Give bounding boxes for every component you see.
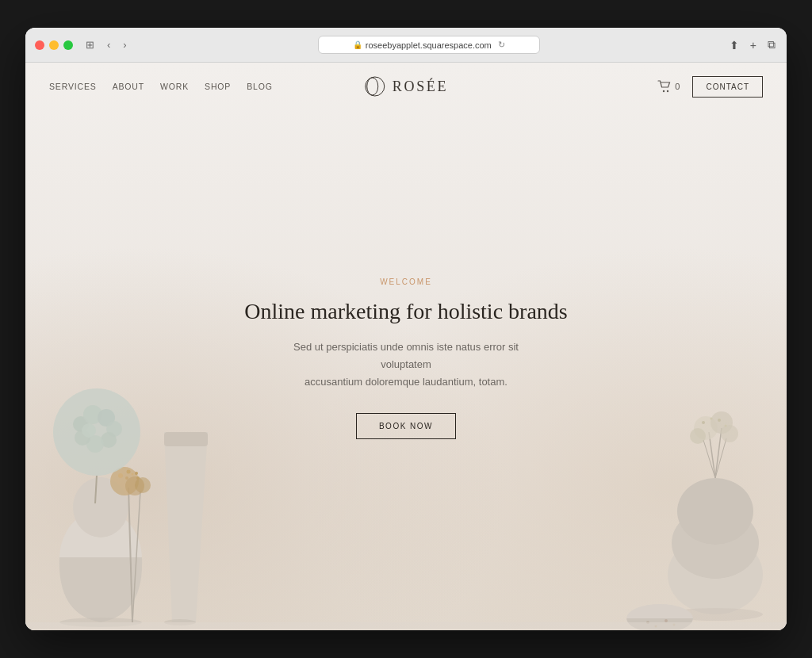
- url-text: roseebyapplet.squarespace.com: [366, 40, 492, 50]
- hero-content: WELCOME Online marketing for holistic br…: [25, 86, 787, 630]
- hero-title: Online marketing for holistic brands: [244, 297, 567, 326]
- forward-button[interactable]: ›: [120, 37, 129, 52]
- window-view-button[interactable]: ⊞: [82, 37, 98, 52]
- tabs-icon[interactable]: ⧉: [766, 36, 777, 53]
- refresh-icon[interactable]: ↻: [498, 40, 505, 50]
- website: SERVICES ABOUT WORK SHOP BLOG ROSÉE: [25, 63, 787, 630]
- welcome-label: WELCOME: [380, 277, 432, 286]
- minimize-button[interactable]: [49, 40, 59, 50]
- address-bar: 🔒 roseebyapplet.squarespace.com ↻: [130, 36, 728, 54]
- hero-description: Sed ut perspiciatis unde omnis iste natu…: [271, 339, 541, 391]
- url-field[interactable]: 🔒 roseebyapplet.squarespace.com ↻: [318, 36, 540, 54]
- title-bar: ⊞ ‹ › 🔒 roseebyapplet.squarespace.com ↻ …: [25, 28, 787, 63]
- close-button[interactable]: [35, 40, 44, 50]
- share-icon[interactable]: ⬆: [728, 37, 741, 53]
- traffic-lights: [35, 40, 73, 50]
- maximize-button[interactable]: [63, 40, 73, 50]
- mac-window: ⊞ ‹ › 🔒 roseebyapplet.squarespace.com ↻ …: [25, 28, 787, 630]
- window-controls-right: ⬆ + ⧉: [728, 36, 777, 53]
- browser-content: SERVICES ABOUT WORK SHOP BLOG ROSÉE: [25, 63, 787, 630]
- lock-icon: 🔒: [353, 40, 362, 49]
- back-button[interactable]: ‹: [104, 37, 113, 52]
- book-now-button[interactable]: BOOK NOW: [356, 413, 456, 439]
- new-tab-icon[interactable]: +: [749, 37, 758, 53]
- window-controls-left: ⊞ ‹ ›: [82, 37, 130, 52]
